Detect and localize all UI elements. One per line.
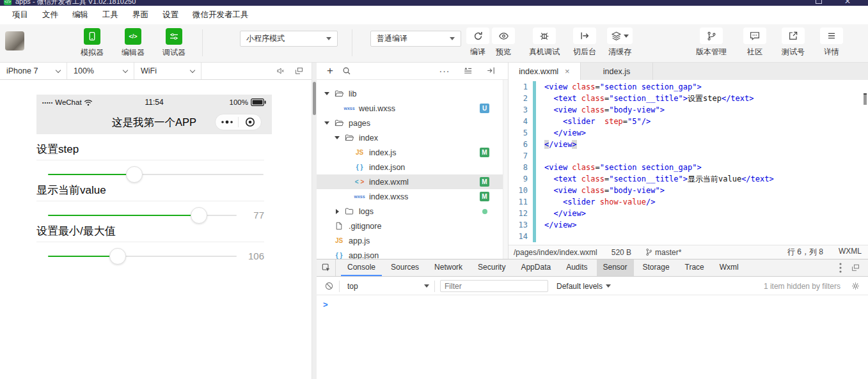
add-file-icon[interactable]: +	[322, 65, 338, 77]
editor-tab-index.js[interactable]: index.js	[581, 63, 653, 80]
editor-tab-index.wxml[interactable]: index.wxml×	[509, 63, 581, 80]
action-button-chip	[492, 27, 515, 44]
action-button-编译[interactable]: 编译	[465, 27, 491, 58]
maximize-button[interactable]	[816, 0, 822, 4]
chevron-down-icon[interactable]	[322, 121, 332, 125]
mode-button-编辑器[interactable]: </>编辑器	[119, 28, 147, 58]
collapse-tree-icon[interactable]	[482, 66, 499, 76]
menu-item-编辑[interactable]: 编辑	[65, 10, 95, 20]
tree-item-weui.wxss[interactable]: wxssweui.wxssU	[317, 101, 503, 116]
code-line: 5 </view>	[509, 127, 868, 139]
chevron-down-icon[interactable]	[322, 92, 332, 95]
toolbar-button-label: 社区	[747, 47, 762, 58]
menu-item-工具[interactable]: 工具	[95, 10, 125, 20]
tree-item-app.js[interactable]: JSapp.js	[317, 233, 503, 248]
chevron-right-icon[interactable]	[332, 209, 342, 214]
cursor-position-label[interactable]: 行 6，列 8	[787, 247, 823, 258]
compile-select[interactable]: 普通编译	[370, 31, 461, 47]
dock-side-icon[interactable]	[851, 263, 860, 272]
action-button-清缓存[interactable]: 清缓存	[604, 27, 635, 58]
action-button-chip	[466, 27, 489, 44]
slider-thumb[interactable]	[191, 207, 207, 224]
debugger-tab-AppData[interactable]: AppData	[514, 259, 557, 276]
slider-thumb[interactable]	[109, 248, 126, 265]
exit-miniprogram-button[interactable]	[239, 114, 261, 130]
tree-item-logs[interactable]: logs	[317, 204, 503, 219]
editor-scrollbar[interactable]	[864, 95, 867, 105]
debugger-tab-Security[interactable]: Security	[471, 259, 512, 276]
debugger-tab-Sources[interactable]: Sources	[384, 259, 425, 276]
file-tree-scrollbar[interactable]	[503, 80, 508, 259]
tree-item-index[interactable]: index	[317, 130, 503, 145]
console-output[interactable]: >	[317, 296, 868, 379]
close-tab-icon[interactable]: ×	[565, 66, 570, 76]
mode-button-调试器[interactable]: 调试器	[160, 28, 188, 58]
network-select[interactable]: WiFi	[134, 63, 201, 79]
inspect-element-icon[interactable]	[317, 259, 336, 276]
sort-icon[interactable]	[459, 66, 476, 76]
toolbar-button-测试号[interactable]: 测试号	[778, 27, 809, 58]
tree-item-app.json[interactable]: { }app.json	[317, 248, 503, 259]
debugger-tab-Console[interactable]: Console	[341, 259, 382, 276]
action-button-label: 真机调试	[529, 47, 560, 58]
code-area[interactable]: 1<view class="section section_gap">2 <te…	[509, 81, 868, 242]
menu-item-微信开发者工具[interactable]: 微信开发者工具	[185, 10, 256, 20]
slider[interactable]: 106	[48, 247, 264, 266]
code-line: 7	[509, 150, 868, 162]
toolbar-button-详情[interactable]: 详情	[819, 27, 844, 58]
search-icon[interactable]	[338, 66, 355, 76]
menu-item-设置[interactable]: 设置	[155, 10, 185, 20]
console-toolbar: top Default levels 1 item hidden by filt…	[317, 277, 868, 295]
toolbar-button-版本管理[interactable]: 版本管理	[691, 27, 732, 58]
line-number: 5	[509, 127, 528, 139]
debugger-tab-Network[interactable]: Network	[428, 259, 469, 276]
menu-item-文件[interactable]: 文件	[35, 10, 65, 20]
language-mode-label[interactable]: WXML	[839, 247, 862, 258]
debugger-tab-Trace[interactable]: Trace	[679, 259, 711, 276]
toolbar-button-社区[interactable]: 社区	[742, 27, 768, 58]
tree-item-.gitignore[interactable]: .gitignore	[317, 219, 503, 233]
tree-item-index.js[interactable]: JSindex.jsM	[317, 145, 503, 160]
filter-input[interactable]	[440, 280, 548, 292]
float-window-icon[interactable]	[294, 66, 304, 75]
action-button-预览[interactable]: 预览	[491, 27, 516, 58]
tree-item-label: app.js	[349, 236, 370, 245]
action-button-切后台[interactable]: 切后台	[569, 27, 600, 58]
speaker-icon[interactable]	[276, 66, 285, 75]
menu-item-界面[interactable]: 界面	[125, 10, 155, 20]
tree-item-index.wxml[interactable]: < >index.wxmlM	[317, 174, 503, 189]
simulator-scrollbar[interactable]	[312, 63, 317, 379]
device-select[interactable]: iPhone 7	[0, 63, 67, 79]
action-button-真机调试[interactable]: 真机调试	[525, 27, 564, 58]
kebab-menu-icon[interactable]	[839, 263, 842, 273]
more-icon[interactable]: ···	[436, 66, 453, 76]
tree-item-pages[interactable]: pages	[317, 116, 503, 130]
debugger-tab-Wxml[interactable]: Wxml	[713, 259, 745, 276]
log-levels-select[interactable]: Default levels	[556, 282, 611, 291]
debugger-tab-Storage[interactable]: Storage	[636, 259, 676, 276]
tree-item-lib[interactable]: lib	[317, 86, 503, 101]
slider[interactable]: 77	[48, 206, 264, 225]
tree-item-index.json[interactable]: { }index.json	[317, 160, 503, 174]
context-select[interactable]: top	[345, 282, 429, 291]
zoom-select[interactable]: 100%	[67, 63, 134, 79]
avatar[interactable]	[5, 31, 24, 50]
file-tree-toolbar: + ···	[317, 63, 508, 80]
tree-item-index.wxss[interactable]: wxssindex.wxssM	[317, 189, 503, 204]
debugger-tab-Sensor[interactable]: Sensor	[597, 259, 634, 276]
menu-item-项目[interactable]: 项目	[5, 10, 35, 20]
chevron-down-icon[interactable]	[332, 136, 342, 139]
code-text: <slider show-value/>	[528, 196, 655, 208]
mode-select[interactable]: 小程序模式	[240, 31, 338, 47]
mode-button-模拟器[interactable]: 模拟器	[78, 28, 106, 58]
settings-gear-icon[interactable]	[851, 281, 860, 291]
device-select-value: iPhone 7	[6, 66, 38, 75]
slider-thumb[interactable]	[126, 166, 143, 183]
close-button[interactable]: ✕	[844, 0, 851, 3]
clear-console-icon[interactable]	[324, 281, 334, 291]
action-button-label: 预览	[496, 47, 511, 58]
more-menu-button[interactable]	[216, 114, 238, 130]
debugger-tab-Audits[interactable]: Audits	[560, 259, 594, 276]
file-size-label: 520 B	[612, 248, 631, 257]
slider[interactable]	[48, 165, 264, 184]
